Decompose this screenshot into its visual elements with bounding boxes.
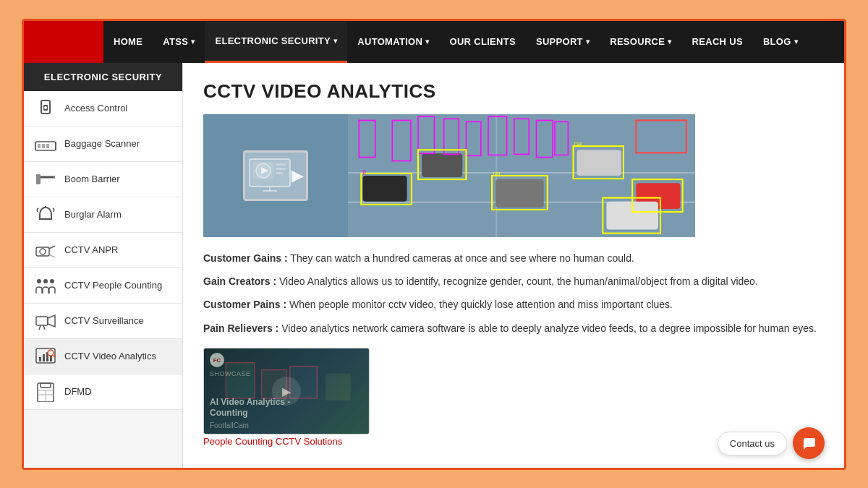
nav-atss[interactable]: ATSS ▾	[153, 21, 205, 63]
svg-text:car: car	[493, 171, 501, 177]
main-content: CCTV VIDEO ANALYTICS	[183, 63, 844, 468]
hero-right-panel: p car car	[348, 114, 695, 237]
svg-rect-40	[276, 168, 286, 170]
svg-rect-21	[36, 317, 48, 325]
svg-rect-5	[42, 144, 45, 148]
cctv-anpr-icon	[34, 240, 57, 260]
boom-barrier-icon	[34, 169, 57, 189]
esec-arrow: ▾	[333, 37, 337, 45]
sidebar-label-boom: Boom Barrier	[64, 174, 120, 184]
nav-logo	[24, 21, 103, 63]
sidebar-item-burglar-alarm[interactable]: Burglar Alarm	[24, 197, 182, 233]
svg-point-18	[37, 279, 41, 283]
sidebar-label-video-analytics: CCTV Video Analytics	[64, 351, 156, 361]
svg-rect-26	[39, 357, 41, 361]
sidebar-item-dfmd[interactable]: DFMD	[24, 374, 182, 410]
customer-pains-para: Customer Pains : When people monitor cct…	[203, 296, 824, 312]
nav-items: HOME ATSS ▾ ELECTRONIC SECURITY ▾ AUTOMA…	[103, 21, 844, 63]
video-caption-link[interactable]: People Counting CCTV Solutions	[203, 436, 342, 447]
nav-support[interactable]: SUPPORT ▾	[526, 21, 600, 63]
outer-frame: HOME ATSS ▾ ELECTRONIC SECURITY ▾ AUTOMA…	[22, 19, 846, 470]
sidebar-item-video-analytics[interactable]: CCTV Video Analytics	[24, 339, 182, 374]
dfmd-icon	[34, 382, 57, 402]
contact-icon[interactable]	[793, 427, 825, 459]
sidebar-item-people-counting[interactable]: CCTV People Counting	[24, 268, 182, 304]
baggage-scanner-icon	[34, 134, 57, 154]
svg-line-17	[49, 254, 55, 257]
svg-rect-53	[577, 150, 621, 176]
burglar-alarm-icon	[34, 205, 57, 225]
hero-left-panel	[203, 114, 348, 237]
svg-text:p: p	[362, 168, 366, 174]
svg-rect-41	[276, 172, 283, 174]
svg-rect-6	[46, 144, 49, 148]
contact-us-container: Contact us	[718, 427, 825, 459]
svg-line-23	[39, 325, 41, 330]
support-arrow: ▾	[586, 38, 590, 46]
svg-rect-77	[262, 370, 286, 398]
svg-rect-11	[54, 176, 55, 179]
sidebar-item-cctv-anpr[interactable]: CCTV ANPR	[24, 233, 182, 268]
svg-marker-22	[48, 315, 55, 327]
sidebar-label-people-counting: CCTV People Counting	[64, 280, 162, 291]
nav-blog[interactable]: BLOG ▾	[753, 21, 808, 63]
sidebar-label-anpr: CCTV ANPR	[64, 244, 118, 255]
resource-arrow: ▾	[668, 38, 671, 46]
page-title: CCTV VIDEO ANALYTICS	[203, 80, 824, 103]
pain-relievers-para: Pain Relievers : Video analytics network…	[203, 320, 824, 336]
sidebar: ELECTRONIC SECURITY Access Control Bagga…	[24, 63, 183, 468]
sidebar-label-surveillance: CCTV Surveillance	[64, 315, 144, 326]
people-counting-icon	[34, 275, 57, 296]
customer-gains-para: Customer Gains : They can watch a hundre…	[203, 250, 824, 266]
svg-rect-50	[362, 176, 407, 202]
nav-electronic-security[interactable]: ELECTRONIC SECURITY ▾	[205, 21, 347, 63]
sidebar-label-burglar: Burglar Alarm	[64, 209, 122, 220]
svg-rect-51	[422, 153, 462, 177]
svg-rect-33	[41, 383, 51, 388]
sidebar-label-access-control: Access Control	[64, 103, 127, 114]
svg-rect-4	[38, 144, 41, 148]
svg-point-20	[50, 279, 54, 283]
video-analytics-icon	[34, 346, 57, 367]
video-thumbnail[interactable]: FC Showcase AI Video Analytics -Counting…	[203, 348, 370, 435]
svg-rect-29	[50, 356, 52, 361]
nav-resource[interactable]: RESOURCE ▾	[600, 21, 681, 63]
svg-line-16	[49, 246, 55, 249]
monitor-icon	[243, 150, 308, 201]
svg-point-15	[40, 249, 46, 254]
nav-our-clients[interactable]: OUR CLIENTS	[440, 21, 526, 63]
nav-automation[interactable]: AUTOMATION ▾	[347, 21, 439, 63]
svg-rect-9	[36, 174, 41, 184]
sidebar-item-surveillance[interactable]: CCTV Surveillance	[24, 304, 182, 339]
atss-arrow: ▾	[191, 38, 195, 46]
access-control-icon	[34, 98, 57, 119]
nav-home[interactable]: HOME	[103, 21, 153, 63]
blog-arrow: ▾	[794, 38, 798, 46]
svg-rect-27	[43, 354, 45, 361]
surveillance-icon	[34, 311, 57, 331]
sidebar-label-dfmd: DFMD	[64, 386, 92, 397]
svg-line-24	[43, 325, 45, 330]
sidebar-title: ELECTRONIC SECURITY	[24, 63, 182, 91]
sidebar-item-boom-barrier[interactable]: Boom Barrier	[24, 162, 182, 197]
sidebar-item-baggage-scanner[interactable]: Baggage Scanner	[24, 127, 182, 162]
sidebar-label-baggage: Baggage Scanner	[64, 138, 140, 149]
auto-arrow: ▾	[425, 38, 429, 46]
svg-rect-78	[290, 367, 317, 398]
svg-point-19	[43, 279, 48, 283]
sidebar-item-access-control[interactable]: Access Control	[24, 91, 182, 127]
body-layout: ELECTRONIC SECURITY Access Control Bagga…	[24, 63, 844, 468]
svg-rect-79	[326, 373, 350, 400]
svg-text:car: car	[574, 141, 583, 147]
svg-rect-76	[226, 363, 254, 398]
contact-label: Contact us	[718, 432, 787, 455]
hero-image: p car car	[203, 114, 695, 237]
nav-reach-us[interactable]: REACH US	[682, 21, 753, 63]
svg-rect-52	[495, 179, 543, 207]
svg-point-30	[48, 350, 54, 356]
gain-creators-para: Gain Creators : Video Analytics allows u…	[203, 273, 824, 289]
svg-point-2	[44, 106, 47, 109]
top-nav: HOME ATSS ▾ ELECTRONIC SECURITY ▾ AUTOMA…	[24, 21, 844, 63]
svg-rect-39	[276, 163, 286, 166]
